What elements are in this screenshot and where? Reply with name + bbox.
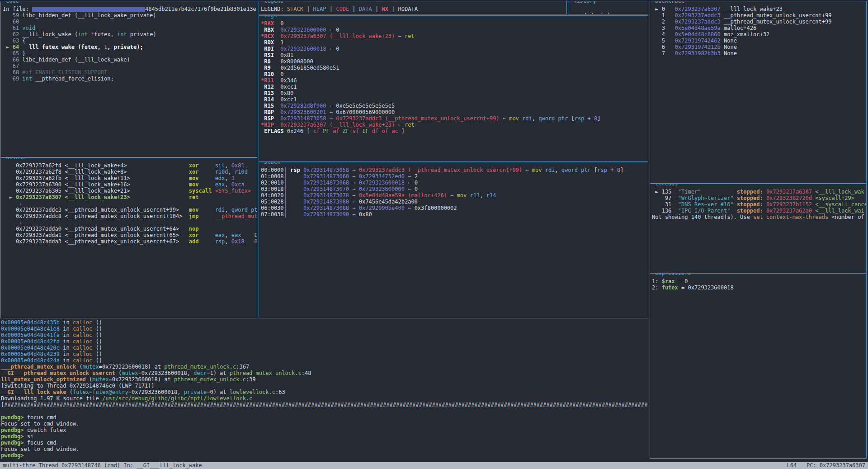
terminal-line: 61 void: [3, 25, 257, 31]
terminal-line: ► 64 lll_futex_wake (futex, 1, private);: [3, 44, 257, 50]
history-forward-button[interactable]: [→]: [600, 12, 610, 14]
terminal-line: *R11 0x346: [261, 77, 648, 84]
terminal-line: 0x7293237a6300 <__lll_lock_wake+16> mov …: [3, 181, 257, 188]
terminal-line: 62 __lll_lock_wake (int *futex, int priv…: [3, 31, 257, 38]
terminal-line: ► 0 0x7293237a6307 __lll_lock_wake+23: [652, 6, 866, 12]
terminal-line: [1, 408, 649, 414]
terminal-line: 00:0000│ rsp 0x729314873058 → 0x7293237a…: [261, 167, 648, 173]
terminal-line: R14 0xcc1: [261, 96, 648, 103]
threads-panel-title: threads: [654, 184, 679, 187]
terminal-line: 31 "DNS Res~ver #16" stopped: 0x7293237b…: [652, 201, 866, 208]
status-bar: multi-thre Thread 0x7293148746 (cmd) In:…: [0, 462, 868, 469]
terminal-line: 66 libc_hidden_def (__lll_lock_wake): [3, 57, 257, 63]
terminal-line: 1 0x7293237addc3 __pthread_mutex_unlock_…: [652, 12, 866, 19]
terminal-line: 59 libc_hidden_def (__lll_lock_wake_priv…: [3, 12, 257, 19]
terminal-line: 07:0038│ 0x729314873090 ← 0x80: [261, 211, 648, 218]
terminal-line: 0x00005e04d48c420e in calloc (): [1, 345, 649, 351]
terminal-line: 0x7293237adda1 <__pthread_mutex_unlock_u…: [3, 232, 257, 238]
terminal-line: RBP 0x729323600201 ← 0x6700000569000000: [261, 109, 648, 115]
terminal-line: 65 }: [3, 50, 257, 57]
code-panel: code In file: 4845db211e7b42c7176f9be21b…: [0, 1, 257, 157]
status-gap: [797, 462, 807, 469]
threads-panel: threads ► 135 "Timer" stopped: 0x7293237…: [650, 184, 867, 273]
terminal-line: 3 0x5e04d48ae59a malloc+426: [652, 25, 866, 31]
terminal-line: pwndbg>: [1, 452, 649, 459]
terminal-line: 136 "IPC I/O Parent" stopped: 0x7293237a…: [652, 208, 866, 214]
terminal-line: 0x00005e04d48c424a in calloc (): [1, 357, 649, 364]
expressions-panel: expressions 1: $rax = 02: futex = 0x7293…: [650, 273, 867, 459]
terminal-line: 60: [3, 19, 257, 25]
terminal-line: 0x7293237a62f4 <__lll_lock_wake+4> xor s…: [3, 162, 257, 169]
terminal-line: *RIP 0x7293237a6307 (__lll_lock_wake+23)…: [261, 122, 648, 128]
terminal-line: 04:0020│ 0x729314873078 → 0x5e04d48ae59a…: [261, 192, 648, 199]
terminal-line: 02:0010│ 0x729314873068 → 0x729323600018…: [261, 180, 648, 186]
terminal-line: RDX 1: [261, 39, 648, 46]
terminal-line: *RAX 0: [261, 20, 648, 27]
status-pc-indicator: PC: 0x7293237a6307: [807, 462, 865, 469]
terminal-line: 2: futex = 0x729323600018: [652, 284, 866, 291]
terminal-line: 63 {: [3, 38, 257, 44]
disasm-panel-title: disasm: [5, 157, 27, 161]
code-panel-title: code: [5, 1, 20, 4]
backtrace-panel: backtrace ► 0 0x7293237a6307 __lll_lock_…: [650, 1, 867, 184]
terminal-line: RBX 0x729323600000 ← 0: [261, 27, 648, 33]
terminal-line: 2 0x7293237addc3 __pthread_mutex_unlock_…: [652, 19, 866, 25]
registers-panel-title: regs: [263, 15, 278, 19]
terminal-line: 67: [3, 63, 257, 69]
stack-panel: stack 00:0000│ rsp 0x729314873058 → 0x72…: [259, 162, 648, 318]
terminal-line: R12 0xcc1: [261, 84, 648, 90]
terminal-line: RSP 0x729314873058 → 0x7293237addc3 (__p…: [261, 115, 648, 122]
registers-panel: regs *RAX 0 RBX 0x729323600000 ← 0*RCX 0…: [259, 15, 648, 162]
terminal-line: 0x7293237a62fb <__lll_lock_wake+11> mov …: [3, 175, 257, 181]
terminal-line: R15 0x729282d8f900 ← 0xe5e5e5e5e5e5e5e5: [261, 103, 648, 109]
terminal-line: RSI 0x81: [261, 52, 648, 58]
terminal-line: Focus set to cmd window.: [1, 421, 649, 427]
terminal-line: pwndbg> cwatch futex: [1, 427, 649, 433]
history-button-gap: [594, 12, 600, 14]
history-buttons: [←] [→]: [571, 6, 610, 14]
terminal-line: __GI___pthread_mutex_unlock_usercnt (mut…: [1, 370, 649, 376]
terminal-line: 05:0028│ 0x729314873080 ← 0x7456e45da42b…: [261, 199, 648, 205]
backtrace-panel-content: ► 0 0x7293237a6307 __lll_lock_wake+23 1 …: [652, 6, 866, 183]
terminal-line: 0x00005e04d48c41e8 in calloc (): [1, 326, 649, 332]
terminal-line: 06:0030│ 0x729314873088 → 0x7292990be400…: [261, 205, 648, 211]
terminal-line: 97 "WrGlyph~terizer" stopped: 0x72932382…: [652, 195, 866, 201]
terminal-line: ___pthread_mutex_unlock (mutex=0x7293236…: [1, 364, 649, 370]
terminal-line: 03:0018│ 0x729314873070 → 0x729323600000…: [261, 186, 648, 192]
terminal-line: lll_mutex_unlock_optimized (mutex=0x7293…: [1, 376, 649, 383]
terminal-line: R10 0: [261, 71, 648, 77]
terminal-line: 4 0x5e04d48c6860 moz_xmalloc+32: [652, 31, 866, 38]
terminal-line: EFLAGS 0x246 [ cf PF af ZF sf IF df of a…: [261, 128, 648, 134]
history-panel: history [←] [→]: [568, 1, 648, 14]
terminal-line: 1: $rax = 0: [652, 278, 866, 284]
terminal-line: pwndbg> focus cmd: [1, 414, 649, 421]
legend-panel-content: LEGEND: STACK | HEAP | CODE | DATA | WX …: [261, 6, 566, 14]
terminal-line: [Switching to Thread 0x7293148746c0 (LWP…: [1, 383, 649, 389]
terminal-output[interactable]: 0x00005e04d48c435b in calloc ()0x00005e0…: [1, 319, 649, 460]
terminal-line: *RCX 0x7293237a6307 (__lll_lock_wake+23)…: [261, 33, 648, 39]
terminal-line: 0x00005e04d48c42fd in calloc (): [1, 338, 649, 345]
backtrace-panel-title: backtrace: [654, 1, 686, 4]
terminal-line: R13 0x80: [261, 90, 648, 96]
expressions-panel-content: 1: $rax = 02: futex = 0x729323600018: [652, 278, 866, 458]
terminal-line: pwndbg> si: [1, 433, 649, 440]
terminal-line: ↓: [3, 219, 257, 226]
terminal-line: 7 0x72931982b3b3 None: [652, 50, 866, 57]
status-bar-left: multi-thre Thread 0x7293148746 (cmd) In:…: [3, 462, 202, 469]
terminal-line: 0x7293237a62f8 <__lll_lock_wake+8> xor r…: [3, 169, 257, 175]
terminal-line: 0x7293237addc8 <__pthread_mutex_unlock_u…: [3, 213, 257, 219]
history-back-button[interactable]: [←]: [584, 12, 594, 14]
terminal-line: 0x7293237a6305 <__lll_lock_wake+21> sysc…: [3, 188, 257, 194]
terminal-line: 0x00005e04d48c41fa in calloc (): [1, 332, 649, 338]
terminal-line: 69 int __pthread_force_elision;: [3, 76, 257, 82]
threads-panel-content: ► 135 "Timer" stopped: 0x7293237a6307 <_…: [652, 189, 866, 273]
terminal-line: __GI___lll_lock_wake (futex=futex@entry=…: [1, 389, 649, 395]
status-line-indicator: L64: [787, 462, 797, 469]
terminal-line: Downloading 1.97 K source file /usr/src/…: [1, 395, 649, 402]
disasm-panel-content: 0x7293237a62f4 <__lll_lock_wake+4> xor s…: [3, 162, 257, 318]
terminal-line: ↓: [3, 200, 257, 207]
terminal-line: 01:0008│ 0x729314873060 → 0x729314752ed0…: [261, 173, 648, 180]
terminal-line: 5 0x729319742462 None: [652, 38, 866, 44]
terminal-line: ► 0x7293237a6307 <__lll_lock_wake+23> re…: [3, 194, 257, 200]
terminal-line: ► 135 "Timer" stopped: 0x7293237a6307 <_…: [652, 189, 866, 195]
